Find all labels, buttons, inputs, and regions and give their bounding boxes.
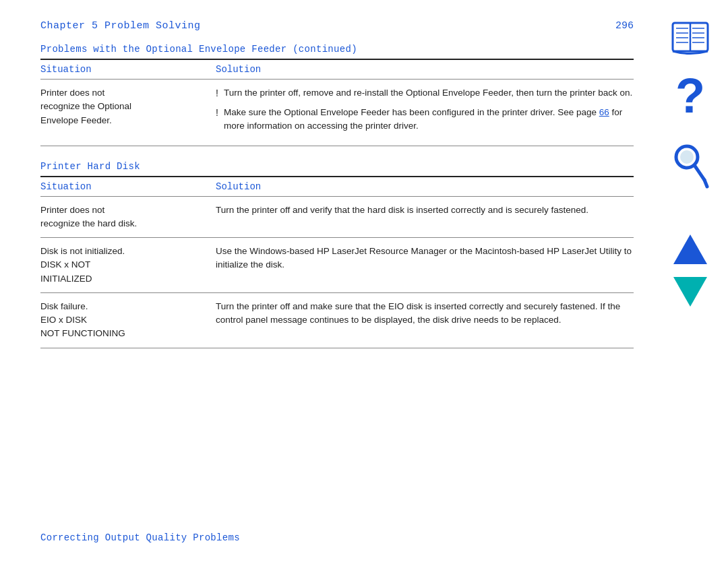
situation-cell: Disk failure.EIO x DISKNOT FUNCTIONING — [40, 300, 216, 341]
svg-point-12 — [680, 150, 694, 164]
page-number: 296 — [615, 20, 634, 32]
svg-text:?: ? — [675, 72, 705, 123]
section2-situation-header: Situation — [40, 181, 216, 192]
footer-link[interactable]: Correcting Output Quality Problems — [40, 532, 240, 543]
down-arrow-icon[interactable] — [670, 273, 710, 310]
svg-line-14 — [704, 180, 707, 187]
bullet-icon: ! — [216, 86, 218, 100]
search-icon[interactable] — [666, 136, 715, 197]
sidebar-icons: ? — [666, 13, 715, 310]
solution-cell: ! Turn the printer off, remove and re-in… — [216, 86, 634, 139]
section1-solution-header: Solution — [216, 64, 634, 75]
section1-title: Problems with the Optional Envelope Feed… — [40, 44, 634, 55]
section2-solution-header: Solution — [216, 181, 634, 192]
page-link[interactable]: 66 — [599, 107, 609, 117]
question-icon[interactable]: ? — [666, 69, 715, 129]
table-row: Printer does notrecognize the OptionalEn… — [40, 80, 634, 146]
table-row: Printer does notrecognize the hard disk.… — [40, 197, 634, 238]
situation-cell: Disk is not initialized.DISK x NOTINITIA… — [40, 245, 216, 286]
svg-line-13 — [694, 165, 704, 180]
svg-marker-16 — [673, 277, 707, 307]
table-row: Disk failure.EIO x DISKNOT FUNCTIONING T… — [40, 293, 634, 348]
book-icon[interactable] — [666, 13, 715, 62]
situation-cell: Printer does notrecognize the OptionalEn… — [40, 86, 216, 139]
section2-title: Printer Hard Disk — [40, 161, 634, 172]
svg-marker-15 — [673, 235, 707, 264]
solution-cell: Use the Windows-based HP LaserJet Resour… — [216, 245, 634, 286]
solution-cell: Turn the printer off and verify that the… — [216, 204, 634, 231]
bullet-icon: ! — [216, 106, 218, 133]
chapter-title: Chapter 5 Problem Solving — [40, 20, 201, 32]
situation-cell: Printer does notrecognize the hard disk. — [40, 204, 216, 231]
up-arrow-icon[interactable] — [670, 230, 710, 268]
solution-cell: Turn the printer off and make sure that … — [216, 300, 634, 341]
section1-situation-header: Situation — [40, 64, 216, 75]
table-row: Disk is not initialized.DISK x NOTINITIA… — [40, 238, 634, 292]
